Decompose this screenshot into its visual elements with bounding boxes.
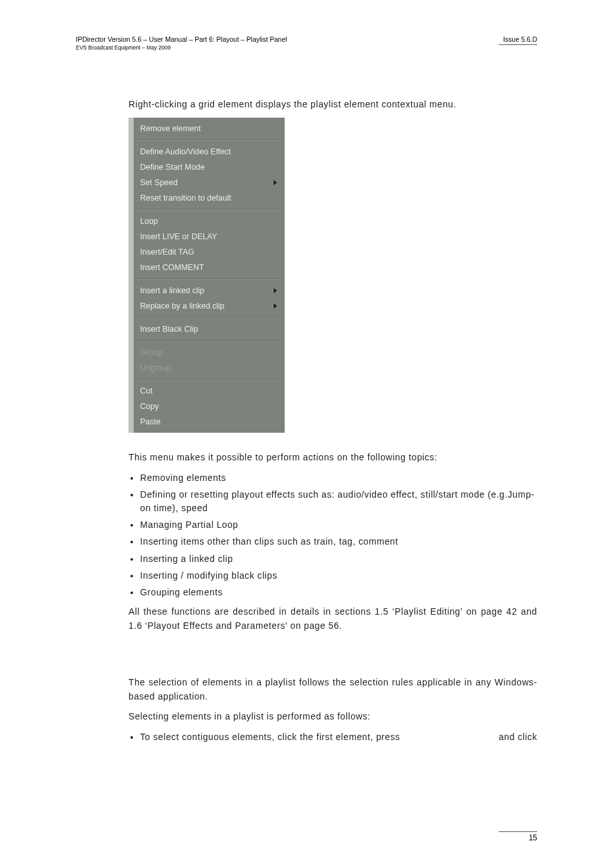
context-menu-item[interactable]: Define Audio/Video Effect <box>134 144 285 159</box>
context-menu-item[interactable]: Insert COMMENT <box>134 260 285 275</box>
context-menu-item-label: Ungroup <box>140 363 171 372</box>
context-menu-item-label: Group <box>140 348 163 357</box>
selection-list: To select contiguous elements, click the… <box>129 730 537 743</box>
page-number: 15 <box>499 833 537 842</box>
list-item: Grouping elements <box>140 586 537 599</box>
context-menu-item-label: Set Speed <box>140 178 177 187</box>
content-body: Right-clicking a grid element displays t… <box>129 98 537 743</box>
page: IPDirector Version 5.6 – User Manual – P… <box>0 0 613 868</box>
submenu-arrow-icon <box>274 180 277 185</box>
list-item: Inserting a linked clip <box>140 552 537 565</box>
context-menu-item[interactable]: Loop <box>134 213 285 229</box>
selection-bullet-text-a: To select contiguous elements, click the… <box>140 732 400 742</box>
context-menu: Remove elementDefine Audio/Video EffectD… <box>129 118 285 433</box>
context-menu-item-label: Insert Black Clip <box>140 325 198 334</box>
submenu-arrow-icon <box>274 303 277 309</box>
list-item: Removing elements <box>140 471 537 484</box>
context-menu-item: Group <box>134 345 285 360</box>
context-menu-item-label: Define Audio/Video Effect <box>140 147 231 156</box>
context-menu-item-label: Paste <box>140 417 161 426</box>
context-menu-item[interactable]: Paste <box>134 414 285 429</box>
issue-number: Issue 5.6.D <box>499 35 537 43</box>
header-rule <box>499 44 537 45</box>
list-item: Inserting items other than clips such as… <box>140 535 537 548</box>
selection-p2: Selecting elements in a playlist is perf… <box>129 710 537 724</box>
context-menu-group: LoopInsert LIVE or DELAYInsert/Edit TAGI… <box>134 210 285 279</box>
context-menu-item-label: Insert a linked clip <box>140 286 204 295</box>
page-footer: 15 <box>499 831 537 842</box>
selection-bullet-text-b: and click <box>499 730 537 743</box>
selection-bullet: To select contiguous elements, click the… <box>140 730 537 743</box>
context-menu-group: GroupUngroup <box>134 341 285 379</box>
context-menu-item-label: Insert/Edit TAG <box>140 248 194 257</box>
context-menu-item[interactable]: Copy <box>134 399 285 414</box>
context-menu-item[interactable]: Remove element <box>134 121 285 136</box>
context-menu-item-label: Cut <box>140 386 152 395</box>
context-menu-group: Define Audio/Video EffectDefine Start Mo… <box>134 140 285 210</box>
context-menu-item[interactable]: Define Start Mode <box>134 159 285 175</box>
submenu-arrow-icon <box>274 288 277 293</box>
after-menu-paragraph: This menu makes it possible to perform a… <box>129 451 537 465</box>
footer-rule <box>499 831 537 832</box>
context-menu-item-label: Remove element <box>140 124 201 133</box>
context-menu-group: Remove element <box>134 118 285 140</box>
context-menu-group: Insert Black Clip <box>134 318 285 341</box>
context-menu-item-label: Reset transition to default <box>140 194 231 203</box>
context-menu-item-label: Define Start Mode <box>140 163 205 172</box>
intro-paragraph: Right-clicking a grid element displays t… <box>129 98 537 112</box>
context-menu-item[interactable]: Reset transition to default <box>134 190 285 206</box>
context-menu-item[interactable]: Insert LIVE or DELAY <box>134 229 285 244</box>
header-title: IPDirector Version 5.6 – User Manual – P… <box>76 35 287 44</box>
context-menu-item-label: Replace by a linked clip <box>140 302 224 311</box>
list-item: Inserting / modifying black clips <box>140 569 537 582</box>
context-menu-item[interactable]: Cut <box>134 383 285 399</box>
selection-p1: The selection of elements in a playlist … <box>129 676 537 703</box>
context-menu-group: CutCopyPaste <box>134 379 285 433</box>
context-menu-item[interactable]: Insert Black Clip <box>134 321 285 337</box>
page-header: IPDirector Version 5.6 – User Manual – P… <box>76 35 537 51</box>
header-left: IPDirector Version 5.6 – User Manual – P… <box>76 35 287 51</box>
header-subtitle: EVS Broadcast Equipment – May 2009 <box>76 44 287 51</box>
closing-paragraph: All these functions are described in det… <box>129 605 537 633</box>
context-menu-item[interactable]: Set Speed <box>134 175 285 190</box>
context-menu-item[interactable]: Insert/Edit TAG <box>134 244 285 260</box>
context-menu-item-label: Loop <box>140 217 158 226</box>
context-menu-item: Ungroup <box>134 360 285 375</box>
context-menu-item[interactable]: Insert a linked clip <box>134 283 285 298</box>
list-item: Managing Partial Loop <box>140 518 537 531</box>
context-menu-group: Insert a linked clipReplace by a linked … <box>134 279 285 318</box>
context-menu-item-label: Copy <box>140 402 159 411</box>
list-item: Defining or resetting playout effects su… <box>140 488 537 514</box>
topics-list: Removing elementsDefining or resetting p… <box>129 471 537 599</box>
header-right: Issue 5.6.D <box>499 35 537 45</box>
context-menu-item[interactable]: Replace by a linked clip <box>134 298 285 314</box>
context-menu-item-label: Insert COMMENT <box>140 263 204 272</box>
context-menu-item-label: Insert LIVE or DELAY <box>140 232 217 241</box>
